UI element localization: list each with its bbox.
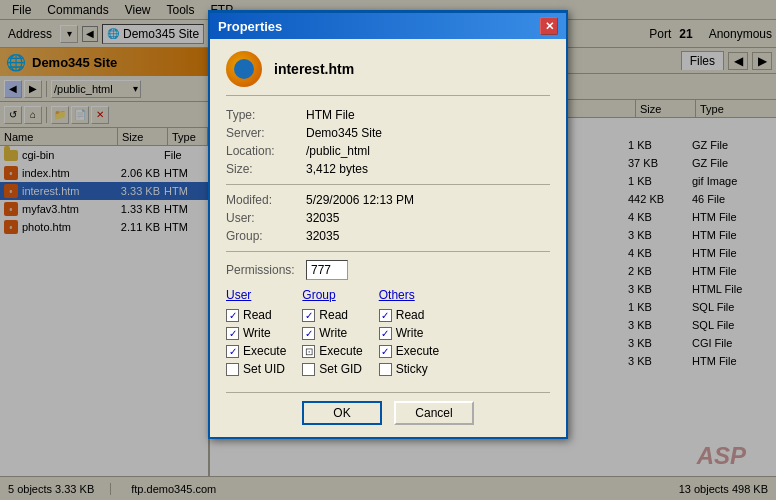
modified-value: 5/29/2006 12:13 PM xyxy=(306,193,414,207)
group-execute-label: Execute xyxy=(319,344,362,358)
user-label: User: xyxy=(226,211,306,225)
permissions-input[interactable]: 777 xyxy=(306,260,348,280)
group-perm-group: Group Read Write Execute xyxy=(302,288,362,376)
others-read-check[interactable]: Read xyxy=(379,308,439,322)
group-execute-check[interactable]: Execute xyxy=(302,344,362,358)
group-group-title: Group xyxy=(302,288,362,302)
others-read-checkbox[interactable] xyxy=(379,309,392,322)
user-read-label: Read xyxy=(243,308,272,322)
info-group-row: Group: 32035 xyxy=(226,229,550,243)
divider-1 xyxy=(226,184,550,185)
type-value: HTM File xyxy=(306,108,355,122)
user-value: 32035 xyxy=(306,211,339,225)
dialog-content: interest.htm Type: HTM File Server: Demo… xyxy=(210,39,566,437)
location-label: Location: xyxy=(226,144,306,158)
others-execute-label: Execute xyxy=(396,344,439,358)
group-setgid-checkbox[interactable] xyxy=(302,363,315,376)
user-execute-checkbox[interactable] xyxy=(226,345,239,358)
dialog-file-header: interest.htm xyxy=(226,51,550,96)
server-value: Demo345 Site xyxy=(306,126,382,140)
permissions-row: Permissions: 777 xyxy=(226,260,550,280)
dialog-close-button[interactable]: ✕ xyxy=(540,17,558,35)
user-setuid-label: Set UID xyxy=(243,362,285,376)
others-execute-checkbox[interactable] xyxy=(379,345,392,358)
size-label: Size: xyxy=(226,162,306,176)
group-setgid-check[interactable]: Set GID xyxy=(302,362,362,376)
info-size-row: Size: 3,412 bytes xyxy=(226,162,550,176)
info-user-row: User: 32035 xyxy=(226,211,550,225)
user-perm-group: User Read Write Execute xyxy=(226,288,286,376)
info-type-row: Type: HTM File xyxy=(226,108,550,122)
others-write-check[interactable]: Write xyxy=(379,326,439,340)
group-write-label: Write xyxy=(319,326,347,340)
size-value: 3,412 bytes xyxy=(306,162,368,176)
group-execute-checkbox[interactable] xyxy=(302,345,315,358)
info-server-row: Server: Demo345 Site xyxy=(226,126,550,140)
group-read-check[interactable]: Read xyxy=(302,308,362,322)
user-execute-check[interactable]: Execute xyxy=(226,344,286,358)
group-value: 32035 xyxy=(306,229,339,243)
user-execute-label: Execute xyxy=(243,344,286,358)
modified-label: Modifed: xyxy=(226,193,306,207)
modal-overlay: Properties ✕ interest.htm Type: HTM File… xyxy=(0,0,776,500)
cancel-button[interactable]: Cancel xyxy=(394,401,474,425)
group-read-checkbox[interactable] xyxy=(302,309,315,322)
others-read-label: Read xyxy=(396,308,425,322)
user-write-check[interactable]: Write xyxy=(226,326,286,340)
dialog-filename: interest.htm xyxy=(274,61,354,77)
ok-button[interactable]: OK xyxy=(302,401,382,425)
user-setuid-check[interactable]: Set UID xyxy=(226,362,286,376)
others-write-checkbox[interactable] xyxy=(379,327,392,340)
group-read-label: Read xyxy=(319,308,348,322)
info-modified-row: Modifed: 5/29/2006 12:13 PM xyxy=(226,193,550,207)
type-label: Type: xyxy=(226,108,306,122)
permissions-groups: User Read Write Execute xyxy=(226,288,550,376)
user-group-title: User xyxy=(226,288,286,302)
group-write-checkbox[interactable] xyxy=(302,327,315,340)
user-setuid-checkbox[interactable] xyxy=(226,363,239,376)
group-write-check[interactable]: Write xyxy=(302,326,362,340)
others-sticky-label: Sticky xyxy=(396,362,428,376)
others-sticky-check[interactable]: Sticky xyxy=(379,362,439,376)
server-label: Server: xyxy=(226,126,306,140)
others-sticky-checkbox[interactable] xyxy=(379,363,392,376)
group-label: Group: xyxy=(226,229,306,243)
app-window: File Commands View Tools FTP Address ▾ ◀… xyxy=(0,0,776,500)
permissions-label: Permissions: xyxy=(226,263,306,277)
dialog-titlebar: Properties ✕ xyxy=(210,13,566,39)
others-write-label: Write xyxy=(396,326,424,340)
user-read-check[interactable]: Read xyxy=(226,308,286,322)
location-value: /public_html xyxy=(306,144,370,158)
user-write-label: Write xyxy=(243,326,271,340)
divider-2 xyxy=(226,251,550,252)
others-perm-group: Others Read Write Execute xyxy=(379,288,439,376)
info-location-row: Location: /public_html xyxy=(226,144,550,158)
dialog-buttons: OK Cancel xyxy=(226,392,550,425)
dialog-title: Properties xyxy=(218,19,282,34)
file-type-icon xyxy=(226,51,262,87)
properties-dialog: Properties ✕ interest.htm Type: HTM File… xyxy=(208,10,568,439)
user-read-checkbox[interactable] xyxy=(226,309,239,322)
others-execute-check[interactable]: Execute xyxy=(379,344,439,358)
permissions-value: 777 xyxy=(311,263,331,277)
group-setgid-label: Set GID xyxy=(319,362,362,376)
others-group-title: Others xyxy=(379,288,439,302)
user-write-checkbox[interactable] xyxy=(226,327,239,340)
